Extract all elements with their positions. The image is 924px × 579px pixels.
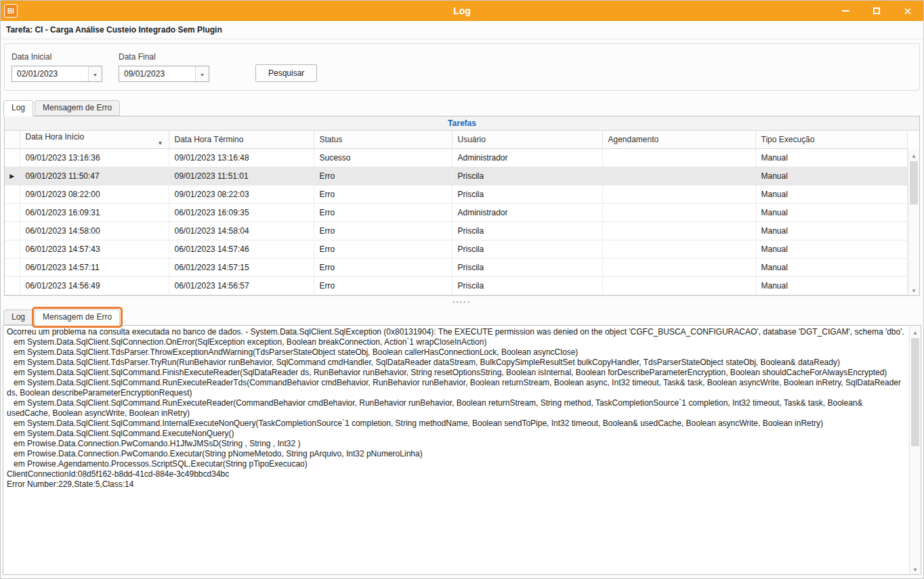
filter-groupbox: Data Inicial 02/01/2023 Data Final 09/01… (4, 43, 920, 91)
column-header-tipo-execucao[interactable]: Tipo Execução (755, 131, 908, 148)
column-header-label: Agendamento (608, 135, 659, 144)
maximize-icon (873, 7, 880, 14)
column-header-agendamento[interactable]: Agendamento (602, 131, 755, 148)
table-row[interactable]: 09/01/2023 08:22:00 09/01/2023 08:22:03 … (5, 185, 908, 203)
sort-descending-icon (158, 137, 163, 147)
arrow-down-icon (912, 564, 918, 574)
bi-app-icon-text: BI (7, 7, 14, 15)
cell-data-hora-inicio: 06/01/2023 16:09:31 (20, 203, 169, 221)
row-indicator-header (5, 131, 20, 148)
cell-agendamento (602, 240, 755, 258)
data-final-dropdown-button[interactable] (195, 66, 209, 81)
cell-status: Erro (314, 240, 452, 258)
row-indicator-cell (5, 258, 20, 276)
cell-status: Erro (314, 258, 452, 276)
cell-tipo-execucao: Manual (755, 167, 908, 185)
tab-mensagem-de-erro-top[interactable]: Mensagem de Erro (35, 100, 120, 116)
error-vertical-scrollbar[interactable] (909, 326, 921, 574)
cell-data-hora-termino: 09/01/2023 13:16:48 (169, 148, 314, 167)
cell-data-hora-inicio: 09/01/2023 08:22:00 (20, 185, 169, 203)
cell-data-hora-termino: 06/01/2023 16:09:35 (169, 203, 314, 221)
cell-status: Erro (314, 221, 452, 240)
minimize-button[interactable] (830, 1, 861, 21)
cell-data-hora-termino: 09/01/2023 08:22:03 (169, 185, 314, 203)
maximize-button[interactable] (861, 1, 892, 21)
cell-agendamento (602, 258, 755, 276)
table-row[interactable]: 09/01/2023 13:16:36 09/01/2023 13:16:48 … (5, 148, 908, 167)
cell-tipo-execucao: Manual (755, 276, 908, 295)
cell-usuario: Priscila (452, 167, 602, 185)
cell-status: Erro (314, 276, 452, 295)
data-inicial-field: Data Inicial 02/01/2023 (12, 52, 102, 82)
column-header-status[interactable]: Status (314, 131, 452, 148)
table-row[interactable]: ▶ 09/01/2023 11:50:47 09/01/2023 11:51:0… (5, 167, 908, 185)
cell-tipo-execucao: Manual (755, 148, 908, 167)
cell-usuario: Administrador (452, 203, 602, 221)
minimize-icon (842, 10, 849, 12)
cell-data-hora-inicio: 09/01/2023 13:16:36 (20, 148, 169, 167)
window-controls (830, 1, 923, 21)
table-row[interactable]: 06/01/2023 14:57:11 06/01/2023 14:57:15 … (5, 258, 908, 276)
tarefas-table: Data Hora Início Data Hora Término Statu… (5, 131, 908, 295)
data-final-input[interactable]: 09/01/2023 (119, 66, 195, 81)
cell-status: Erro (314, 203, 452, 221)
tab-log-bottom[interactable]: Log (3, 309, 33, 325)
cell-data-hora-inicio: 06/01/2023 14:57:11 (20, 258, 169, 276)
cell-data-hora-inicio: 09/01/2023 11:50:47 (20, 167, 169, 185)
bi-app-icon: BI (4, 4, 18, 18)
cell-agendamento (602, 148, 755, 167)
tab-mensagem-de-erro-bottom[interactable]: Mensagem de Erro (35, 309, 120, 326)
scroll-up-button[interactable] (910, 326, 921, 337)
column-header-label: Usuário (458, 135, 486, 144)
cell-usuario: Priscila (452, 221, 602, 240)
column-header-data-hora-inicio[interactable]: Data Hora Início (20, 131, 169, 148)
column-header-data-hora-termino[interactable]: Data Hora Término (169, 131, 314, 148)
grid-scrollbar-thumb[interactable] (910, 161, 918, 205)
grid-vertical-scrollbar[interactable] (908, 149, 919, 295)
table-row[interactable]: 06/01/2023 14:58:00 06/01/2023 14:58:04 … (5, 221, 908, 240)
cell-agendamento (602, 221, 755, 240)
data-inicial-combo: 02/01/2023 (12, 66, 102, 82)
error-message-text: Ocorreu um problema na consulta executad… (3, 326, 921, 491)
cell-usuario: Priscila (452, 276, 602, 295)
cell-tipo-execucao: Manual (755, 185, 908, 203)
column-header-label: Status (320, 135, 343, 144)
top-tabstrip: Log Mensagem de Erro (3, 100, 923, 116)
data-inicial-input[interactable]: 02/01/2023 (12, 66, 88, 81)
row-indicator-cell: ▶ (5, 167, 20, 185)
row-indicator-cell (5, 276, 20, 295)
splitter-handle[interactable] (1, 296, 923, 305)
cell-usuario: Priscila (452, 258, 602, 276)
data-inicial-dropdown-button[interactable] (88, 66, 102, 81)
column-header-usuario[interactable]: Usuário (452, 131, 602, 148)
scroll-up-button[interactable] (908, 149, 919, 160)
cell-agendamento (602, 167, 755, 185)
tab-log-top[interactable]: Log (3, 100, 33, 116)
splitter-dots-icon (453, 296, 471, 305)
table-body: 09/01/2023 13:16:36 09/01/2023 13:16:48 … (5, 148, 908, 295)
arrow-down-icon (911, 285, 917, 295)
cell-data-hora-inicio: 06/01/2023 14:56:49 (20, 276, 169, 295)
cell-agendamento (602, 276, 755, 295)
table-row[interactable]: 06/01/2023 14:56:49 06/01/2023 14:56:57 … (5, 276, 908, 295)
row-indicator-cell (5, 185, 20, 203)
table-row[interactable]: 06/01/2023 14:57:43 06/01/2023 14:57:46 … (5, 240, 908, 258)
chevron-down-icon (93, 69, 98, 79)
cell-tipo-execucao: Manual (755, 240, 908, 258)
cell-status: Erro (314, 185, 452, 203)
scroll-down-button[interactable] (910, 563, 921, 574)
data-final-combo: 09/01/2023 (119, 66, 209, 82)
close-button[interactable] (892, 1, 923, 21)
titlebar: BI Log (1, 1, 923, 21)
window-title: Log (1, 5, 923, 16)
cell-tipo-execucao: Manual (755, 203, 908, 221)
cell-data-hora-termino: 06/01/2023 14:58:04 (169, 221, 314, 240)
cell-status: Erro (314, 167, 452, 185)
column-header-label: Data Hora Término (175, 135, 244, 144)
scroll-down-button[interactable] (908, 284, 919, 295)
table-row[interactable]: 06/01/2023 16:09:31 06/01/2023 16:09:35 … (5, 203, 908, 221)
error-scrollbar-thumb[interactable] (911, 338, 919, 446)
cell-data-hora-inicio: 06/01/2023 14:57:43 (20, 240, 169, 258)
cell-data-hora-inicio: 06/01/2023 14:58:00 (20, 221, 169, 240)
pesquisar-button[interactable]: Pesquisar (255, 64, 317, 82)
